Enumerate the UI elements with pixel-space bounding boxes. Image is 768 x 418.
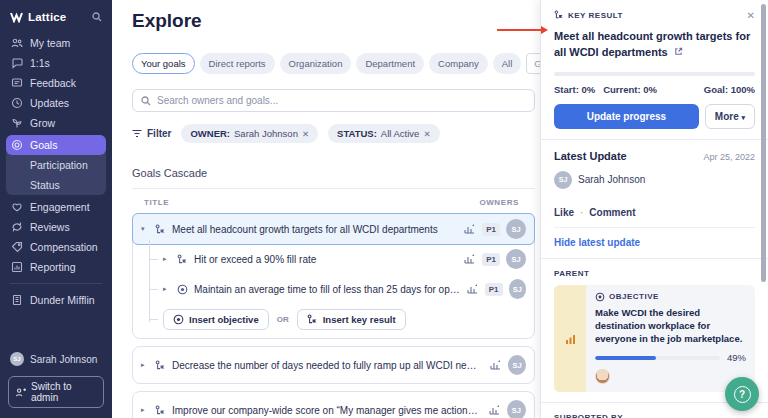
hide-latest-update-link[interactable]: Hide latest update bbox=[554, 237, 755, 248]
parent-card-strip bbox=[554, 285, 586, 392]
goal-row-child[interactable]: ▸ Maintain an average time to fill of le… bbox=[133, 274, 534, 304]
insert-objective-label: Insert objective bbox=[189, 314, 259, 325]
sidebar-item-my-team[interactable]: My team bbox=[6, 33, 106, 53]
goal-row[interactable]: ▸ Improve our company-wide score on “My … bbox=[133, 392, 534, 418]
goal-row-selected[interactable]: ▾ Meet all headcount growth targets for … bbox=[132, 213, 535, 245]
sidebar-item-label: Dunder Mifflin bbox=[30, 294, 95, 306]
or-label: OR bbox=[277, 315, 289, 324]
switch-to-admin-button[interactable]: Switch to admin bbox=[8, 376, 104, 408]
page-title: Explore bbox=[132, 10, 535, 32]
goal-row[interactable]: ▸ Decrease the number of days needed to … bbox=[133, 347, 534, 383]
more-button[interactable]: More ▾ bbox=[705, 104, 755, 129]
chart-icon[interactable] bbox=[489, 359, 502, 371]
owner-avatar: SJ bbox=[508, 355, 526, 375]
sidebar-item-label: Reviews bbox=[30, 221, 70, 233]
sidebar-item-status[interactable]: Status bbox=[6, 175, 106, 195]
type-kicker: KEY RESULT bbox=[554, 10, 623, 20]
expand-caret-icon[interactable]: ▸ bbox=[163, 255, 171, 263]
update-progress-button[interactable]: Update progress bbox=[554, 104, 699, 129]
cycle-icon bbox=[11, 221, 23, 233]
sidebar-item-reviews[interactable]: Reviews bbox=[6, 217, 106, 237]
sidebar-item-label: Status bbox=[30, 179, 60, 191]
insert-row: Insert objective OR Insert key result bbox=[133, 304, 534, 338]
brand-name: Lattice bbox=[28, 11, 66, 23]
user-name: Sarah Johnson bbox=[30, 354, 97, 365]
filter-label: Filter bbox=[147, 128, 171, 139]
sidebar-item-compensation[interactable]: Compensation bbox=[6, 237, 106, 257]
goal-title: Hit or exceed a 90% fill rate bbox=[194, 254, 457, 265]
sidebar-item-label: My team bbox=[30, 37, 70, 49]
author-name: Sarah Johnson bbox=[578, 174, 645, 185]
parent-progress-percent: 49% bbox=[727, 352, 746, 363]
start-stat: Start: 0% bbox=[554, 84, 595, 95]
collapse-caret-icon[interactable]: ▾ bbox=[141, 225, 149, 233]
groups-input[interactable] bbox=[526, 53, 540, 74]
tab-your-goals[interactable]: Your goals bbox=[132, 53, 195, 74]
panel-scrollbar[interactable] bbox=[761, 4, 766, 282]
parent-objective-card[interactable]: OBJECTIVE Make WCDI the desired destinat… bbox=[554, 285, 755, 392]
remove-chip-icon[interactable]: ✕ bbox=[423, 129, 430, 139]
people-icon bbox=[11, 37, 23, 49]
comment-link[interactable]: Comment bbox=[589, 207, 635, 218]
goal-title: Meet all headcount growth targets for al… bbox=[172, 224, 457, 235]
chart-icon[interactable] bbox=[463, 223, 476, 235]
dot-separator: · bbox=[580, 207, 583, 218]
sidebar-item-engagement[interactable]: Engagement bbox=[6, 197, 106, 217]
search-icon bbox=[141, 96, 151, 106]
tab-organization[interactable]: Organization bbox=[280, 53, 352, 74]
close-icon[interactable]: ✕ bbox=[747, 10, 755, 21]
user-menu[interactable]: SJ Sarah Johnson bbox=[8, 348, 104, 370]
chart-icon[interactable] bbox=[466, 283, 479, 295]
question-mark-icon: ? bbox=[734, 386, 751, 403]
sidebar-item-reporting[interactable]: Reporting bbox=[6, 257, 106, 277]
key-result-title: Meet all headcount growth targets for al… bbox=[554, 29, 755, 61]
sidebar-item-label: 1:1s bbox=[30, 57, 50, 69]
sidebar-item-label: Grow bbox=[30, 117, 55, 129]
filter-chip-status[interactable]: STATUS: All Active ✕ bbox=[328, 124, 439, 143]
filter-button[interactable]: Filter bbox=[132, 128, 171, 139]
priority-badge: P1 bbox=[485, 283, 503, 296]
tab-all[interactable]: All bbox=[493, 53, 522, 74]
chart-icon[interactable] bbox=[463, 253, 476, 265]
insert-objective-button[interactable]: Insert objective bbox=[163, 309, 269, 330]
sidebar-item-updates[interactable]: Updates bbox=[6, 93, 106, 113]
child-goals: ▸ Hit or exceed a 90% fill rate P1 SJ ▸ … bbox=[133, 244, 534, 338]
objective-icon bbox=[177, 284, 188, 295]
cascade-section-title: Goals Cascade bbox=[132, 167, 535, 179]
insert-key-result-button[interactable]: Insert key result bbox=[297, 309, 406, 330]
sidebar-item-1-1s[interactable]: 1:1s bbox=[6, 53, 106, 73]
type-label: KEY RESULT bbox=[568, 11, 623, 20]
chat-icon bbox=[11, 57, 23, 69]
switch-to-admin-label: Switch to admin bbox=[31, 381, 97, 403]
supported-by-heading: SUPPORTED BY bbox=[554, 413, 755, 418]
sidebar-item-feedback[interactable]: Feedback bbox=[6, 73, 106, 93]
column-title: TITLE bbox=[144, 198, 169, 207]
expand-caret-icon[interactable]: ▸ bbox=[141, 361, 149, 369]
avatar: SJ bbox=[554, 171, 572, 189]
owner-avatar: SJ bbox=[507, 400, 526, 418]
sidebar-item-grow[interactable]: Grow bbox=[6, 113, 106, 133]
sidebar-item-participation[interactable]: Participation bbox=[6, 155, 106, 175]
chip-prefix: OWNER: bbox=[190, 128, 230, 139]
switch-user-icon bbox=[15, 387, 26, 398]
goal-title: Maintain an average time to fill of less… bbox=[194, 284, 460, 295]
sidebar-item-goals[interactable]: Goals bbox=[6, 135, 106, 155]
like-link[interactable]: Like bbox=[554, 207, 574, 218]
remove-chip-icon[interactable]: ✕ bbox=[302, 129, 309, 139]
expand-caret-icon[interactable]: ▸ bbox=[163, 285, 171, 293]
tab-company[interactable]: Company bbox=[429, 53, 488, 74]
building-icon bbox=[11, 294, 23, 306]
chart-icon[interactable] bbox=[488, 404, 501, 416]
sidebar-item-company[interactable]: Dunder Mifflin bbox=[6, 290, 106, 310]
goal-row-child[interactable]: ▸ Hit or exceed a 90% fill rate P1 SJ bbox=[133, 244, 534, 274]
sidebar-search-icon[interactable] bbox=[92, 12, 102, 22]
priority-badge: P1 bbox=[482, 223, 500, 236]
filter-chip-owner[interactable]: OWNER: Sarah Johnson ✕ bbox=[181, 124, 318, 143]
expand-caret-icon[interactable]: ▸ bbox=[141, 406, 149, 414]
external-link-icon[interactable] bbox=[674, 47, 683, 56]
tab-department[interactable]: Department bbox=[356, 53, 424, 74]
chip-value: Sarah Johnson bbox=[234, 128, 298, 139]
tab-direct-reports[interactable]: Direct reports bbox=[200, 53, 275, 74]
help-button[interactable]: ? bbox=[725, 377, 759, 411]
search-input[interactable] bbox=[157, 95, 526, 106]
